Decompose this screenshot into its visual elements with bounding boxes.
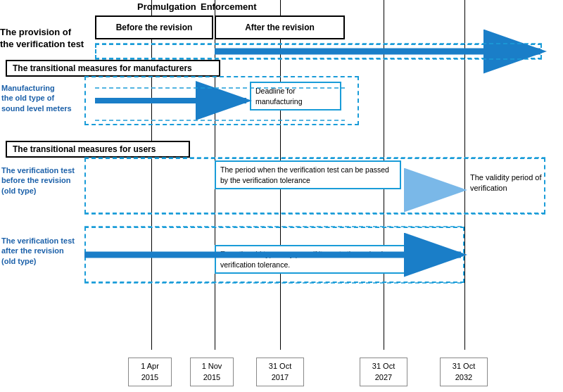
provision-dashed-row (95, 44, 542, 59)
enforcement-label: Enforcement (201, 1, 256, 12)
before-revision-box: Before the revision (95, 15, 213, 39)
date-31oct2027: 31 Oct 2027 (360, 358, 407, 386)
verification-before-label: The verification testbefore the revision… (1, 165, 84, 196)
date-1nov2015: 1 Nov 2015 (190, 358, 234, 386)
manufacturing-label: Manufacturingthe old type ofsound level … (1, 83, 82, 113)
diagram: Promulgation Enforcement The provision o… (0, 0, 563, 392)
deadline-box: Deadline for manufacturing (250, 82, 341, 110)
users-header: The transitional measures for users (6, 141, 190, 158)
period-text-box: The period when the verification test ca… (215, 160, 401, 189)
date-31oct2032: 31 Oct 2032 (440, 358, 488, 386)
verification-after-label: The verification testafter the revision(… (1, 236, 84, 266)
after-revision-box: After the revision (215, 15, 345, 39)
note-text-box: Even the old type may pass if it meets t… (215, 245, 408, 274)
validity-text: The validity period of verification (470, 172, 558, 194)
date-31oct2017: 31 Oct 2017 (256, 358, 304, 386)
date-1apr2015: 1 Apr 2015 (128, 358, 172, 386)
provision-label: The provision ofthe verification test (0, 27, 91, 51)
promulgation-label: Promulgation (137, 1, 196, 12)
manufacturers-header: The transitional measures for manufactur… (6, 60, 220, 77)
